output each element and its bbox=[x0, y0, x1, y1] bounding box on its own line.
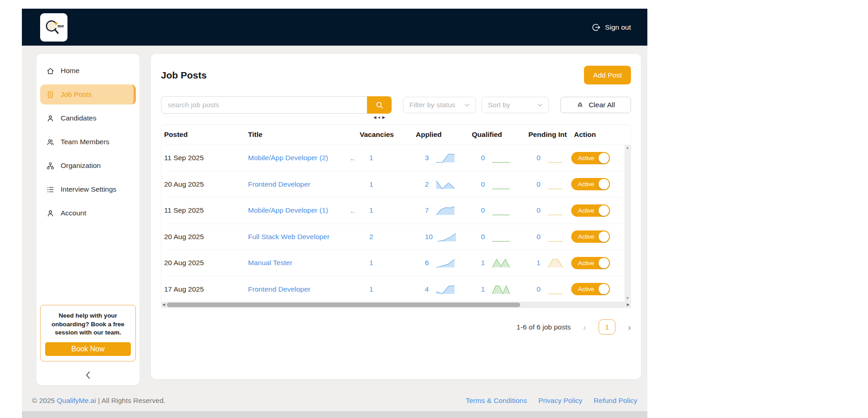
table-vertical-scrollbar[interactable]: ▲ ▼ bbox=[625, 145, 630, 302]
action-cell: Active bbox=[574, 178, 625, 190]
status-toggle[interactable]: Active bbox=[571, 204, 610, 217]
column-header-action: Action bbox=[574, 131, 625, 139]
home-icon bbox=[46, 67, 55, 75]
scroll-down-icon: ▼ bbox=[626, 297, 630, 300]
pending-int-count: 0 bbox=[537, 154, 543, 162]
pending-int-count: 1 bbox=[537, 259, 543, 267]
vacancies-count: 2 bbox=[360, 233, 416, 241]
qualified-count: 1 bbox=[481, 259, 487, 267]
vacancies-count: 1 bbox=[360, 154, 416, 162]
sign-out-button[interactable]: Sign out bbox=[592, 23, 631, 32]
horizontal-scroll-thumb[interactable] bbox=[167, 303, 520, 307]
sidebar-nav: HomeJob PostsCandidatesTeam MembersOrgan… bbox=[40, 61, 136, 223]
title-cell: Full Stack Web Developer bbox=[248, 233, 360, 241]
status-toggle[interactable]: Active bbox=[571, 257, 610, 269]
column-header-pending-int: Pending Int bbox=[528, 131, 574, 139]
previous-page-button[interactable]: ‹ bbox=[583, 322, 586, 333]
filter-by-status-dropdown[interactable]: Filter by status bbox=[403, 97, 476, 113]
sidebar-item-job-posts[interactable]: Job Posts bbox=[40, 84, 136, 104]
add-post-button[interactable]: Add Post bbox=[584, 66, 631, 84]
sparkline-chart bbox=[436, 152, 455, 163]
clear-all-button[interactable]: Clear All bbox=[560, 97, 631, 113]
job-title-link[interactable]: Mobile/App Developer (2) bbox=[248, 154, 328, 162]
job-title-link[interactable]: Manual Tester bbox=[248, 259, 292, 267]
list-icon bbox=[46, 185, 55, 194]
footer-link-refund-policy[interactable]: Refund Policy bbox=[594, 397, 637, 405]
sidebar-collapse-button[interactable] bbox=[36, 371, 140, 380]
sidebar-item-label: Account bbox=[61, 209, 86, 217]
sidebar-item-candidates[interactable]: Candidates bbox=[40, 108, 136, 128]
applied: 7 bbox=[416, 205, 472, 216]
status-label: Active bbox=[578, 286, 594, 293]
sidebar-item-home[interactable]: Home bbox=[40, 61, 136, 81]
column-header-title: Title bbox=[248, 131, 360, 139]
status-label: Active bbox=[578, 155, 594, 162]
qualified: 0 bbox=[472, 205, 528, 216]
footer-links: Terms & ConditionsPrivacy PolicyRefund P… bbox=[466, 397, 638, 405]
org-icon bbox=[46, 162, 55, 170]
pending-int: 1 bbox=[528, 257, 574, 268]
pending-int-count: 0 bbox=[537, 206, 543, 214]
status-toggle[interactable]: Active bbox=[571, 178, 610, 190]
pending-int-count: 0 bbox=[537, 233, 543, 241]
job-title-link[interactable]: Frontend Developer bbox=[248, 285, 310, 293]
sparkline-chart bbox=[548, 257, 563, 268]
job-title-link[interactable]: Frontend Developer bbox=[248, 180, 310, 188]
resize-handle[interactable]: ◀●▶ bbox=[367, 115, 392, 120]
qualified: 0 bbox=[472, 179, 528, 190]
sparkline-chart bbox=[548, 152, 563, 163]
table-row: 20 Aug 2025Frontend Developer1200Active bbox=[164, 171, 625, 198]
sidebar-item-account[interactable]: Account bbox=[40, 203, 136, 223]
sidebar-item-label: Home bbox=[61, 67, 79, 75]
applied: 2 bbox=[416, 179, 472, 190]
title-cell: Manual Tester bbox=[248, 259, 360, 267]
qualified: 1 bbox=[472, 284, 528, 295]
brand-link[interactable]: QualifyMe.ai bbox=[57, 397, 96, 404]
chevron-down-icon bbox=[537, 104, 542, 107]
arrow-left-icon: ◀ bbox=[373, 115, 377, 120]
sort-by-dropdown[interactable]: Sort by bbox=[481, 97, 549, 113]
status-toggle[interactable]: Active bbox=[571, 283, 610, 295]
search-button[interactable] bbox=[367, 96, 392, 114]
sparkline-chart bbox=[548, 205, 563, 216]
footer-link-terms-conditions[interactable]: Terms & Conditions bbox=[466, 397, 527, 405]
app-window: me Sign out HomeJob PostsCandidatesTeam … bbox=[22, 9, 647, 418]
column-header-applied: Applied bbox=[416, 131, 472, 139]
applied-count: 6 bbox=[425, 259, 431, 267]
title-cell: Mobile/App Developer (1).. bbox=[248, 206, 360, 214]
posted-date: 11 Sep 2025 bbox=[164, 206, 248, 214]
sidebar-item-team-members[interactable]: Team Members bbox=[40, 132, 136, 152]
search-icon bbox=[375, 100, 384, 110]
person-icon bbox=[46, 114, 55, 123]
sparkline-chart bbox=[436, 284, 455, 295]
footer-link-privacy-policy[interactable]: Privacy Policy bbox=[538, 397, 582, 405]
sort-by-value: Sort by bbox=[488, 101, 510, 109]
job-title-link[interactable]: Mobile/App Developer (1) bbox=[248, 206, 328, 214]
chevron-left-icon bbox=[85, 371, 91, 380]
sidebar-item-interview-settings[interactable]: Interview Settings bbox=[40, 179, 136, 199]
toggle-knob bbox=[599, 258, 609, 268]
table-header: PostedTitleVacanciesAppliedQualifiedPend… bbox=[164, 125, 625, 145]
current-page-button[interactable]: 1 bbox=[599, 319, 615, 334]
sidebar-item-organization[interactable]: Organization bbox=[40, 156, 136, 176]
book-now-button[interactable]: Book Now bbox=[45, 342, 131, 356]
toggle-knob bbox=[599, 205, 609, 216]
qualifyme-logo[interactable]: me bbox=[40, 13, 67, 42]
status-label: Active bbox=[578, 233, 594, 240]
next-page-button[interactable]: › bbox=[628, 322, 631, 333]
applied-count: 2 bbox=[425, 180, 431, 188]
sparkline-chart bbox=[492, 179, 510, 190]
status-toggle[interactable]: Active bbox=[571, 230, 610, 243]
clear-all-label: Clear All bbox=[589, 101, 615, 109]
table-horizontal-scrollbar[interactable]: ◀ ▶ bbox=[161, 302, 631, 308]
action-cell: Active bbox=[574, 204, 625, 217]
scroll-right-icon: ▶ bbox=[627, 303, 630, 307]
pending-int-count: 0 bbox=[537, 285, 543, 293]
job-title-link[interactable]: Full Stack Web Developer bbox=[248, 233, 330, 241]
truncation-dots: .. bbox=[350, 206, 354, 214]
page-horizontal-scrollbar[interactable] bbox=[22, 411, 647, 418]
search-input[interactable] bbox=[161, 96, 367, 114]
title-cell: Mobile/App Developer (2).. bbox=[248, 154, 360, 162]
sparkline-chart bbox=[436, 179, 455, 190]
status-toggle[interactable]: Active bbox=[571, 152, 610, 164]
